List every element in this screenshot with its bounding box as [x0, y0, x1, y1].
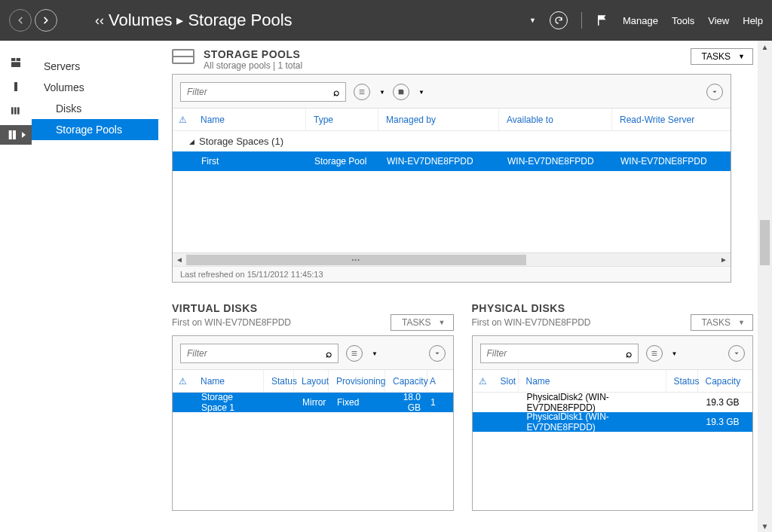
sidebar-item-disks[interactable]: Disks	[32, 98, 158, 119]
caret-down-icon: ▼	[738, 319, 745, 326]
scroll-down-icon[interactable]: ▼	[758, 520, 772, 532]
col-readwrite[interactable]: Read-Write Server	[612, 109, 731, 130]
menu-help[interactable]: Help	[743, 15, 763, 26]
pools-tasks-button[interactable]: TASKS▼	[691, 48, 753, 65]
sidebar-item-servers[interactable]: Servers	[32, 56, 158, 77]
col-capacity[interactable]: Capacity	[385, 370, 427, 392]
vdisks-row-cap: 18.0 GB	[386, 392, 428, 413]
pools-view-options-button[interactable]	[354, 84, 370, 100]
pdisks-row-2[interactable]: PhysicalDisk1 (WIN-EV7DNE8FPDD) 19.3 GB	[473, 412, 753, 432]
scroll-up-icon[interactable]: ▲	[758, 41, 772, 53]
search-icon[interactable]: ⌕	[620, 347, 638, 359]
caret-down-icon: ▼	[738, 53, 745, 60]
iconstrip-allservers[interactable]	[0, 101, 32, 121]
pdisks-filter-input-wrap: ⌕	[480, 344, 639, 363]
col-slot[interactable]: Slot	[493, 370, 519, 392]
pdisks-view-options-button[interactable]	[646, 345, 663, 362]
tasks-label: TASKS	[402, 317, 430, 328]
tasks-label: TASKS	[702, 51, 731, 62]
iconstrip-servers[interactable]	[0, 77, 32, 96]
col-provisioning[interactable]: Provisioning	[329, 370, 385, 392]
menu-view[interactable]: View	[708, 15, 729, 26]
search-icon[interactable]: ⌕	[320, 347, 338, 359]
warning-icon[interactable]: ⚠	[473, 376, 493, 387]
col-layout[interactable]: Layout	[294, 370, 329, 392]
main-content: STORAGE POOLS All storage pools | 1 tota…	[158, 41, 758, 532]
vdisks-filter-input[interactable]	[181, 348, 320, 359]
pools-group-label: Storage Spaces (1)	[199, 136, 283, 147]
breadcrumb-item-pools[interactable]: Storage Pools	[188, 11, 292, 30]
pdisks-grid: ⚠ Slot Name Status Capacity PhysicalDisk…	[473, 369, 753, 510]
vdisks-view-options-button[interactable]	[346, 345, 363, 362]
vertical-scrollbar[interactable]: ▲ ▼	[758, 41, 772, 532]
vdisks-tasks-button[interactable]: TASKS▼	[391, 314, 453, 331]
pools-filter-input[interactable]	[181, 87, 327, 97]
pdisks-subtitle: First on WIN-EV7DNE8FPDD	[472, 317, 591, 328]
pools-row-avail: WIN-EV7DNE8FPDD	[500, 156, 613, 167]
breadcrumb-history-icon[interactable]: ‹‹	[95, 13, 104, 29]
forward-button[interactable]	[35, 9, 57, 32]
vdisks-subtitle: First on WIN-EV7DNE8FPDD	[172, 317, 291, 328]
menu-tools[interactable]: Tools	[672, 15, 694, 26]
iconstrip-dashboard[interactable]	[0, 53, 32, 72]
virtual-disks-section: VIRTUAL DISKS First on WIN-EV7DNE8FPDD T…	[172, 302, 454, 511]
warning-icon[interactable]: ⚠	[173, 115, 193, 125]
svg-rect-16	[651, 353, 657, 354]
pdisks-expand-button[interactable]	[728, 345, 745, 362]
col-available[interactable]: Available to	[499, 109, 612, 130]
scrollbar-thumb[interactable]	[760, 220, 770, 265]
back-button[interactable]	[9, 9, 32, 32]
col-name[interactable]: Name	[519, 370, 666, 392]
col-type[interactable]: Type	[306, 109, 378, 130]
vdisks-filter-input-wrap: ⌕	[180, 344, 339, 363]
pools-group-row[interactable]: ◢Storage Spaces (1)	[173, 131, 731, 151]
sidebar-item-storage-pools[interactable]: Storage Pools	[32, 119, 158, 140]
refresh-button[interactable]	[550, 11, 568, 29]
col-name[interactable]: Name	[193, 109, 306, 130]
col-status[interactable]: Status	[666, 370, 698, 392]
breadcrumb-item-volumes[interactable]: Volumes	[109, 11, 172, 30]
svg-rect-10	[360, 92, 365, 93]
vdisks-expand-button[interactable]	[429, 345, 446, 362]
vdisks-row-1[interactable]: Storage Space 1 Mirror Fixed 18.0 GB 1	[173, 393, 453, 412]
dropdown-caret-icon[interactable]: ▼	[529, 17, 536, 24]
pdisks-row-1[interactable]: PhysicalDisk2 (WIN-EV7DNE8FPDD) 19.3 GB	[473, 393, 753, 412]
vdisks-panel: ⌕ ▼ ⚠ Name Status Layout Provisioning Ca…	[172, 335, 454, 511]
pools-row-rw: WIN-EV7DNE8FPDD	[613, 156, 731, 167]
top-actions: ▼ Manage Tools View Help	[529, 11, 763, 29]
pools-row-first[interactable]: First Storage Pool WIN-EV7DNE8FPDD WIN-E…	[173, 151, 731, 171]
warning-icon[interactable]: ⚠	[173, 376, 193, 387]
vdisks-grid: ⚠ Name Status Layout Provisioning Capaci…	[173, 369, 453, 510]
separator	[581, 12, 582, 29]
col-managed[interactable]: Managed by	[378, 109, 499, 130]
svg-rect-6	[17, 107, 20, 114]
sidebar-item-volumes[interactable]: Volumes	[32, 77, 158, 98]
scrollbar-thumb[interactable]: •••	[186, 255, 526, 265]
svg-rect-11	[360, 93, 365, 94]
scroll-right-icon[interactable]: ►	[717, 255, 731, 264]
scroll-left-icon[interactable]: ◄	[173, 255, 186, 264]
search-icon[interactable]: ⌕	[327, 86, 345, 98]
svg-rect-17	[651, 355, 657, 356]
notifications-flag-icon[interactable]	[596, 14, 609, 27]
menu-manage[interactable]: Manage	[623, 15, 658, 26]
pools-expand-button[interactable]	[706, 84, 723, 100]
col-capacity[interactable]: Capacity	[698, 370, 753, 392]
pools-header: STORAGE POOLS All storage pools | 1 tota…	[172, 48, 753, 71]
pdisks-row1-name: PhysicalDisk2 (WIN-EV7DNE8FPDD)	[519, 392, 667, 413]
pdisks-filter-input[interactable]	[481, 348, 620, 359]
pdisks-row1-cap: 19.3 GB	[699, 397, 753, 408]
physical-disks-section: PHYSICAL DISKS First on WIN-EV7DNE8FPDD …	[472, 302, 754, 511]
pdisks-tasks-button[interactable]: TASKS▼	[691, 314, 753, 331]
pools-horizontal-scrollbar[interactable]: ◄ ••• ►	[173, 252, 731, 266]
vdisks-row-name: Storage Space 1	[194, 392, 265, 413]
col-allocated[interactable]: A	[427, 370, 438, 392]
iconstrip-storage[interactable]	[0, 125, 32, 145]
svg-rect-0	[11, 58, 15, 61]
col-status[interactable]: Status	[264, 370, 294, 392]
pools-grid-header: ⚠ Name Type Managed by Available to Read…	[173, 109, 731, 131]
svg-rect-12	[352, 351, 357, 352]
pools-save-button[interactable]	[393, 84, 409, 100]
col-name[interactable]: Name	[193, 370, 264, 392]
collapse-triangle-icon: ◢	[189, 138, 195, 145]
